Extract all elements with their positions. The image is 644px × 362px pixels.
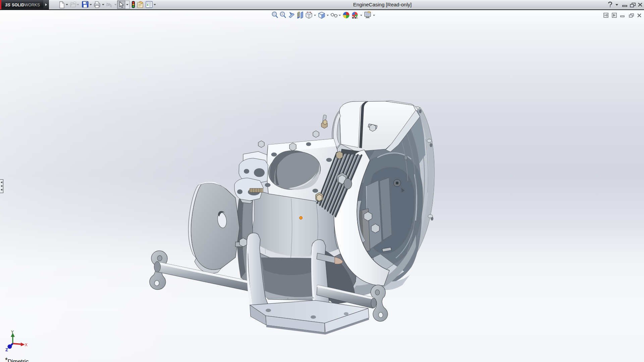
svg-text:Z: Z: [5, 347, 8, 352]
svg-text:X: X: [25, 343, 28, 347]
